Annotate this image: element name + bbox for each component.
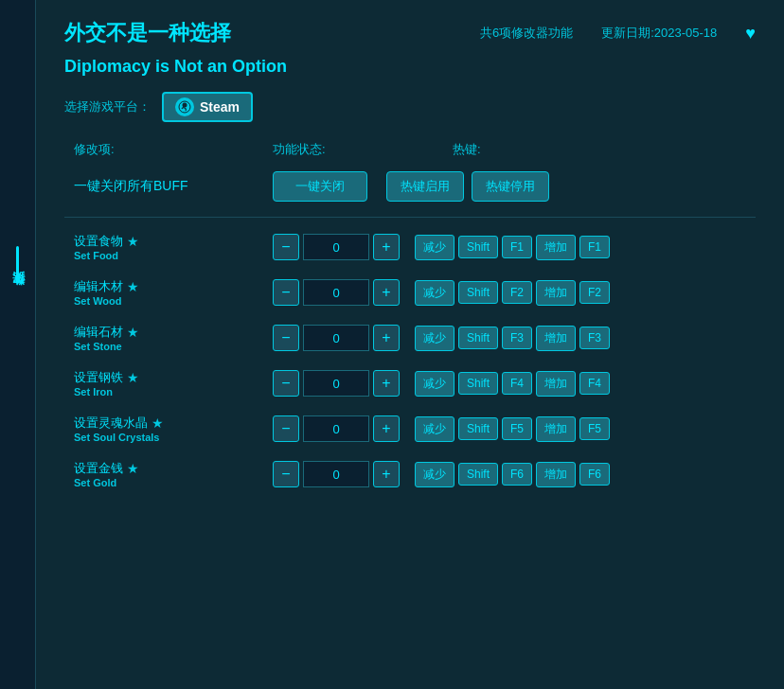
f-dec-key-4[interactable]: F5 bbox=[502, 417, 532, 440]
minus-button-3[interactable]: − bbox=[273, 370, 299, 397]
decrease-btn-3[interactable]: 减少 bbox=[415, 371, 454, 397]
hotkey-enable-button[interactable]: 热键启用 bbox=[386, 171, 464, 202]
plus-button-0[interactable]: + bbox=[373, 234, 400, 260]
steam-logo-icon bbox=[175, 97, 194, 116]
item-row: 编辑石材 ★ Set Stone − + 减少 Shift F3 增加 F3 bbox=[64, 324, 756, 352]
col-mod-header: 修改项: bbox=[74, 141, 273, 158]
f-dec-key-5[interactable]: F6 bbox=[502, 463, 532, 486]
item-label-0: 设置食物 ★ Set Food bbox=[74, 233, 263, 261]
column-headers: 修改项: 功能状态: 热键: bbox=[64, 141, 756, 158]
hotkey-disable-button[interactable]: 热键停用 bbox=[472, 171, 549, 202]
hotkey-group-1: 减少 Shift F2 增加 F2 bbox=[415, 280, 610, 306]
f-inc-key-4[interactable]: F5 bbox=[579, 417, 610, 440]
increase-btn-5[interactable]: 增加 bbox=[536, 462, 576, 487]
decrease-btn-1[interactable]: 减少 bbox=[415, 280, 454, 306]
platform-label: 选择游戏平台： bbox=[64, 98, 151, 115]
shift-key-5[interactable]: Shift bbox=[458, 463, 498, 486]
item-row: 设置灵魂水晶 ★ Set Soul Crystals − + 减少 Shift … bbox=[64, 415, 756, 443]
increase-btn-2[interactable]: 增加 bbox=[536, 326, 576, 351]
item-label-en-3: Set Iron bbox=[74, 386, 263, 398]
increase-btn-4[interactable]: 增加 bbox=[536, 416, 576, 442]
buff-row: 一键关闭所有BUFF 一键关闭 热键启用 热键停用 bbox=[64, 171, 756, 202]
f-dec-key-3[interactable]: F4 bbox=[502, 372, 532, 395]
col-hotkey-header: 热键: bbox=[453, 141, 481, 158]
value-input-4[interactable] bbox=[303, 415, 369, 442]
sidebar-indicator bbox=[16, 246, 19, 284]
steam-label: Steam bbox=[200, 99, 240, 115]
decrease-btn-2[interactable]: 减少 bbox=[415, 326, 454, 351]
item-label-1: 编辑木材 ★ Set Wood bbox=[74, 278, 263, 307]
item-label-2: 编辑石材 ★ Set Stone bbox=[74, 324, 263, 352]
increase-btn-1[interactable]: 增加 bbox=[536, 280, 576, 306]
feature-count: 共6项修改器功能 bbox=[480, 25, 573, 42]
steam-button[interactable]: Steam bbox=[162, 92, 253, 122]
item-row: 设置钢铁 ★ Set Iron − + 减少 Shift F4 增加 F4 bbox=[64, 369, 756, 398]
value-input-1[interactable] bbox=[303, 279, 369, 306]
shift-key-2[interactable]: Shift bbox=[458, 327, 498, 349]
game-title-cn: 外交不是一种选择 bbox=[64, 19, 231, 47]
item-label-cn-1: 编辑木材 ★ bbox=[74, 278, 263, 295]
item-label-en-1: Set Wood bbox=[74, 295, 263, 307]
star-icon-1: ★ bbox=[127, 279, 139, 294]
f-dec-key-0[interactable]: F1 bbox=[502, 236, 532, 258]
item-row: 设置食物 ★ Set Food − + 减少 Shift F1 增加 F1 bbox=[64, 233, 756, 261]
value-input-5[interactable] bbox=[303, 461, 369, 487]
shift-key-4[interactable]: Shift bbox=[458, 417, 498, 440]
star-icon-4: ★ bbox=[151, 415, 164, 431]
f-dec-key-2[interactable]: F3 bbox=[502, 327, 532, 349]
update-date: 更新日期:2023-05-18 bbox=[601, 25, 717, 42]
value-input-2[interactable] bbox=[303, 325, 369, 351]
increase-btn-0[interactable]: 增加 bbox=[536, 235, 576, 260]
col-status-header: 功能状态: bbox=[273, 141, 453, 158]
minus-button-4[interactable]: − bbox=[273, 415, 299, 442]
shift-key-1[interactable]: Shift bbox=[458, 281, 498, 304]
f-inc-key-0[interactable]: F1 bbox=[579, 236, 610, 258]
value-input-3[interactable] bbox=[303, 370, 369, 397]
shift-key-3[interactable]: Shift bbox=[458, 372, 498, 395]
plus-button-2[interactable]: + bbox=[373, 325, 400, 351]
header-meta: 共6项修改器功能 更新日期:2023-05-18 ♥ bbox=[480, 24, 756, 44]
items-container: 设置食物 ★ Set Food − + 减少 Shift F1 增加 F1 编辑… bbox=[64, 233, 756, 488]
f-inc-key-5[interactable]: F6 bbox=[579, 463, 610, 486]
star-icon-3: ★ bbox=[127, 370, 139, 385]
item-label-en-4: Set Soul Crystals bbox=[74, 432, 263, 443]
app-container: 数据 外交不是一种选择 共6项修改器功能 更新日期:2023-05-18 ♥ D… bbox=[0, 0, 784, 689]
item-label-5: 设置金钱 ★ Set Gold bbox=[74, 460, 263, 488]
decrease-btn-4[interactable]: 减少 bbox=[415, 416, 454, 442]
main-content: 外交不是一种选择 共6项修改器功能 更新日期:2023-05-18 ♥ Dipl… bbox=[36, 0, 784, 689]
decrease-btn-0[interactable]: 减少 bbox=[415, 235, 454, 260]
star-icon-2: ★ bbox=[127, 325, 139, 340]
f-dec-key-1[interactable]: F2 bbox=[502, 281, 532, 304]
minus-button-0[interactable]: − bbox=[273, 234, 299, 260]
f-inc-key-2[interactable]: F3 bbox=[579, 327, 610, 349]
plus-button-5[interactable]: + bbox=[373, 461, 400, 487]
minus-button-5[interactable]: − bbox=[273, 461, 299, 487]
hotkey-group-3: 减少 Shift F4 增加 F4 bbox=[415, 371, 610, 397]
value-input-0[interactable] bbox=[303, 234, 369, 260]
hotkey-group-0: 减少 Shift F1 增加 F1 bbox=[415, 235, 610, 260]
decrease-btn-5[interactable]: 减少 bbox=[415, 462, 454, 487]
plus-button-1[interactable]: + bbox=[373, 279, 400, 306]
hotkey-group-2: 减少 Shift F3 增加 F3 bbox=[415, 326, 610, 351]
minus-button-2[interactable]: − bbox=[273, 325, 299, 351]
f-inc-key-1[interactable]: F2 bbox=[579, 281, 610, 304]
item-row: 设置金钱 ★ Set Gold − + 减少 Shift F6 增加 F6 bbox=[64, 460, 756, 488]
item-label-cn-3: 设置钢铁 ★ bbox=[74, 369, 263, 386]
platform-section: 选择游戏平台： Steam bbox=[64, 92, 756, 122]
close-all-button[interactable]: 一键关闭 bbox=[273, 171, 367, 202]
divider bbox=[64, 217, 756, 218]
shift-key-0[interactable]: Shift bbox=[458, 236, 498, 258]
plus-button-3[interactable]: + bbox=[373, 370, 400, 397]
increase-btn-3[interactable]: 增加 bbox=[536, 371, 576, 397]
heart-icon[interactable]: ♥ bbox=[745, 24, 756, 44]
hotkey-group-5: 减少 Shift F6 增加 F6 bbox=[415, 462, 610, 487]
item-label-cn-5: 设置金钱 ★ bbox=[74, 460, 263, 477]
sidebar-label: 数据 bbox=[9, 292, 27, 295]
item-label-en-0: Set Food bbox=[74, 250, 263, 261]
item-label-3: 设置钢铁 ★ Set Iron bbox=[74, 369, 263, 398]
minus-button-1[interactable]: − bbox=[273, 279, 299, 306]
plus-button-4[interactable]: + bbox=[373, 415, 400, 442]
f-inc-key-3[interactable]: F4 bbox=[579, 372, 610, 395]
header: 外交不是一种选择 共6项修改器功能 更新日期:2023-05-18 ♥ bbox=[64, 19, 756, 47]
buff-label: 一键关闭所有BUFF bbox=[74, 178, 273, 195]
